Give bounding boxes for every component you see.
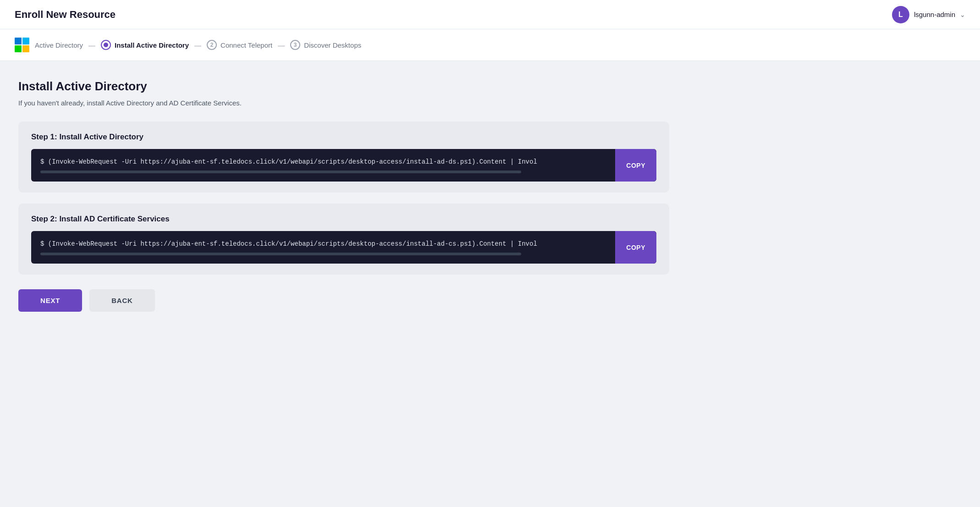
main-content: Install Active Directory If you haven't … [0,61,688,330]
step2-code-line: $ (Invoke-WebRequest -Uri https://ajuba-… [40,239,606,249]
step1-code-line: $ (Invoke-WebRequest -Uri https://ajuba-… [40,157,606,167]
step2-code-area: $ (Invoke-WebRequest -Uri https://ajuba-… [31,231,615,264]
step1-code-area: $ (Invoke-WebRequest -Uri https://ajuba-… [31,149,615,182]
actions-bar: NEXT BACK [18,289,669,312]
breadcrumb-separator-2: — [194,41,201,49]
breadcrumb-step3-label: Discover Desktops [304,41,361,49]
step2-title: Step 2: Install AD Certificate Services [31,215,656,224]
page-title: Install Active Directory [18,79,669,94]
page-header-title: Enroll New Resource [15,9,116,21]
step1-code-block: $ (Invoke-WebRequest -Uri https://ajuba-… [31,149,656,182]
breadcrumb-step3: 3 Discover Desktops [290,40,361,50]
step1-copy-button[interactable]: COPY [615,149,656,182]
breadcrumb-separator-3: — [278,41,285,49]
active-step-circle [101,40,111,50]
chevron-down-icon: ⌄ [960,11,965,18]
breadcrumb-step2: 2 Connect Teleport [207,40,272,50]
top-bar: Enroll New Resource L lsgunn-admin ⌄ [0,0,980,29]
step1-scrollbar[interactable] [40,171,521,173]
active-step-dot [104,43,108,47]
breadcrumb-step1-label: Install Active Directory [115,41,189,49]
breadcrumb: Active Directory — Install Active Direct… [0,29,980,61]
step2-code-block: $ (Invoke-WebRequest -Uri https://ajuba-… [31,231,656,264]
page-subtitle: If you haven't already, install Active D… [18,99,669,107]
username-label: lsgunn-admin [914,11,955,18]
breadcrumb-step1-active: Install Active Directory [101,40,189,50]
user-menu[interactable]: L lsgunn-admin ⌄ [892,6,965,23]
step1-title: Step 1: Install Active Directory [31,132,656,142]
step2-card: Step 2: Install AD Certificate Services … [18,204,669,275]
breadcrumb-step0-label: Active Directory [35,41,83,49]
step1-card: Step 1: Install Active Directory $ (Invo… [18,121,669,193]
step2-circle: 2 [207,40,217,50]
step2-copy-button[interactable]: COPY [615,231,656,264]
next-button[interactable]: NEXT [18,289,82,312]
step3-circle: 3 [290,40,300,50]
back-button[interactable]: BACK [89,289,155,312]
avatar: L [892,6,909,23]
breadcrumb-separator-1: — [88,41,95,49]
step2-scrollbar[interactable] [40,253,521,255]
breadcrumb-step2-label: Connect Teleport [220,41,272,49]
active-directory-icon [15,38,29,52]
